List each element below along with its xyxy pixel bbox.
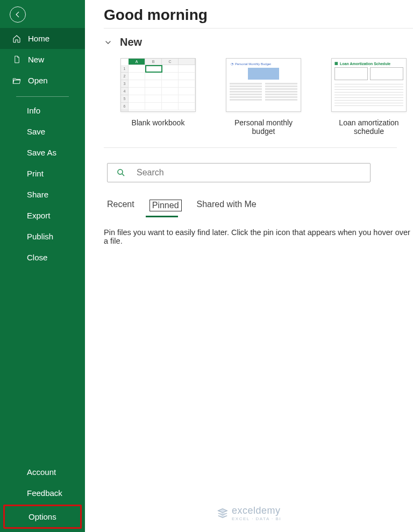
svg-point-0 <box>118 169 123 174</box>
sidebar-item-save[interactable]: Save <box>0 121 85 142</box>
template-label: Loan amortization schedule <box>329 118 409 136</box>
sidebar-item-feedback[interactable]: Feedback <box>0 483 85 503</box>
back-button[interactable] <box>10 6 26 23</box>
template-thumb: ABC 123456 <box>120 58 196 112</box>
divider <box>104 28 413 29</box>
search-icon <box>116 168 126 178</box>
sidebar-item-label: Open <box>28 76 48 85</box>
svg-line-1 <box>122 174 124 176</box>
arrow-left-icon <box>14 11 22 18</box>
template-personal-monthly-budget[interactable]: ◔Personal Monthly Budget Personal monthl… <box>223 58 304 136</box>
tab-recent[interactable]: Recent <box>107 200 134 211</box>
watermark-tagline: EXCEL · DATA · BI <box>232 516 281 521</box>
template-thumb: ▦Loan Amortization Schedule <box>331 58 407 112</box>
sidebar-item-publish[interactable]: Publish <box>0 226 85 247</box>
main-content: Good morning New ABC 123456 <box>85 0 413 532</box>
sidebar-item-print[interactable]: Print <box>0 163 85 184</box>
sidebar-item-save-as[interactable]: Save As <box>0 142 85 163</box>
watermark: exceldemy EXCEL · DATA · BI <box>217 505 281 521</box>
sidebar-item-options[interactable]: Options <box>5 506 80 527</box>
folder-open-icon <box>12 76 22 85</box>
watermark-brand: exceldemy <box>232 505 281 516</box>
sidebar-item-info[interactable]: Info <box>0 100 85 121</box>
template-label: Personal monthly budget <box>223 118 304 136</box>
sidebar-item-open[interactable]: Open <box>0 70 85 91</box>
chevron-down-icon <box>104 38 112 47</box>
search-input[interactable] <box>137 168 361 178</box>
sidebar-item-home[interactable]: Home <box>0 28 85 49</box>
backstage-sidebar: Home New Open Info Save Save As Print Sh… <box>0 0 85 532</box>
options-highlight: Options <box>3 505 82 529</box>
sidebar-item-share[interactable]: Share <box>0 184 85 205</box>
tab-active-underline <box>146 216 178 217</box>
watermark-icon <box>217 507 229 519</box>
sidebar-item-export[interactable]: Export <box>0 205 85 226</box>
recent-tabs: Recent Pinned Shared with Me <box>107 200 413 211</box>
section-title: New <box>120 36 142 48</box>
page-title: Good morning <box>104 6 413 24</box>
template-loan-amortization[interactable]: ▦Loan Amortization Schedule Loan amortiz… <box>329 58 409 136</box>
search-box[interactable] <box>107 163 371 182</box>
sidebar-item-label: Home <box>28 34 49 43</box>
document-icon <box>12 55 22 63</box>
template-gallery: ABC 123456 Blank workbook ◔Pers <box>118 58 413 136</box>
sidebar-divider <box>16 96 69 97</box>
collapse-toggle[interactable] <box>104 38 112 47</box>
sidebar-item-close[interactable]: Close <box>0 247 85 268</box>
sidebar-item-label: New <box>28 55 44 64</box>
new-section-header: New <box>104 36 413 48</box>
template-blank-workbook[interactable]: ABC 123456 Blank workbook <box>118 58 198 136</box>
home-icon <box>12 34 22 43</box>
pinned-empty-hint: Pin files you want to easily find later.… <box>104 228 413 245</box>
tab-pinned[interactable]: Pinned <box>149 200 182 211</box>
template-thumb: ◔Personal Monthly Budget <box>226 58 301 112</box>
tab-shared-with-me[interactable]: Shared with Me <box>197 200 257 211</box>
sidebar-item-account[interactable]: Account <box>0 462 85 483</box>
sidebar-item-new[interactable]: New <box>0 49 85 70</box>
divider <box>104 147 397 148</box>
template-label: Blank workbook <box>118 118 198 127</box>
